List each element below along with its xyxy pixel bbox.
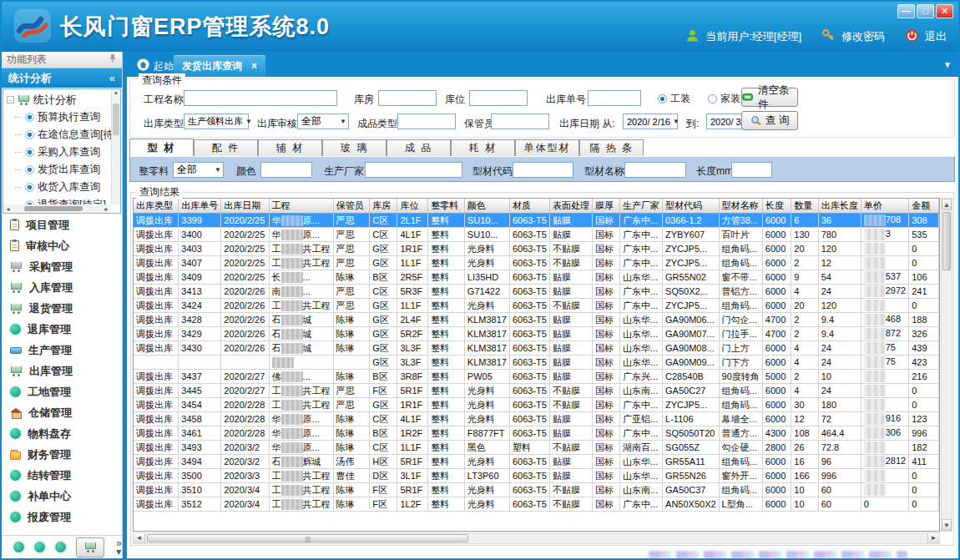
table-row[interactable]: 调拨出库34582020/2/28华原...陈琳C区4L1F整料光身料6063-… xyxy=(134,412,939,426)
sidebar-item[interactable]: 生产管理 xyxy=(2,340,122,361)
column-header[interactable]: 单价 xyxy=(861,199,908,214)
green-circle-icon[interactable] xyxy=(13,542,24,552)
out-type-select[interactable]: 生产领料出库▼ xyxy=(184,114,249,129)
sidebar-item[interactable]: 补单中心 xyxy=(2,486,122,507)
table-row[interactable]: 调拨出库34132020/2/26南...严思C区5R3F整料G71422606… xyxy=(134,285,939,299)
search-button[interactable]: 查 询 xyxy=(741,111,798,130)
material-tab[interactable]: 单体型材 xyxy=(515,139,579,156)
sidebar-item[interactable]: 物料盘存 xyxy=(2,423,122,444)
table-row[interactable]: G区3L3F整料KLM38176063-T5贴膜国标山东华...GA90M09.… xyxy=(134,356,939,370)
keeper-input[interactable] xyxy=(491,114,549,129)
pin-icon[interactable] xyxy=(109,53,117,66)
column-header[interactable]: 表面处理 xyxy=(549,199,592,214)
maker-input[interactable] xyxy=(365,162,462,178)
tab-list-caret-icon[interactable]: ▼ xyxy=(943,60,952,69)
close-button[interactable]: ✕ xyxy=(936,4,953,18)
sidebar-item[interactable]: 审核中心 xyxy=(2,235,122,256)
column-header[interactable]: 长度 xyxy=(762,199,791,214)
sidebar-item[interactable]: 退货管理 xyxy=(2,298,122,319)
minimize-button[interactable]: — xyxy=(897,4,915,18)
column-header[interactable]: 颜色 xyxy=(464,199,509,214)
material-tab[interactable]: 耗 材 xyxy=(451,139,515,156)
tree-item[interactable]: 在途信息查询[待 xyxy=(7,126,120,144)
column-header[interactable]: 型材名称 xyxy=(719,199,762,214)
material-tab[interactable]: 配 件 xyxy=(194,139,258,156)
column-header[interactable]: 库位 xyxy=(397,199,428,214)
column-header[interactable]: 工程 xyxy=(269,199,333,214)
sidebar-item[interactable]: 财务管理 xyxy=(2,444,122,465)
table-row[interactable]: 调拨出库34942020/3/2石辉城汤伟H区5R1F整料光身料6063-T5贴… xyxy=(134,455,939,469)
sidebar-item[interactable]: 工地管理 xyxy=(2,381,122,402)
table-row[interactable]: 调拨出库34002020/2/25华原...严思C区4L1F整料SU10...6… xyxy=(134,228,939,242)
sidebar-item[interactable]: 项目管理 xyxy=(2,214,122,235)
change-password-link[interactable]: 修改密码 xyxy=(841,29,885,44)
table-row[interactable]: 调拨出库34242020/2/26工共工程严思G区1L1F整料光身料6063-T… xyxy=(134,299,939,313)
table-row[interactable]: 调拨出库34452020/2/27工共工程严思F区5R1F整料光身料6063-T… xyxy=(134,384,939,398)
section-header-statistics[interactable]: 统计分析 « xyxy=(2,68,122,88)
scroll-left-icon[interactable]: ◄ xyxy=(134,533,145,543)
whole-part-select[interactable]: 全部▼ xyxy=(173,162,224,178)
table-row[interactable]: 调拨出库34072020/2/25工共工程严思G区1L1F整料光身料6063-T… xyxy=(134,256,939,270)
logout-link[interactable]: 退出 xyxy=(925,29,947,44)
maximize-button[interactable]: □ xyxy=(917,4,934,18)
table-row[interactable]: 调拨出库34282020/2/26石城陈琳G区2L4F整料KLM38176063… xyxy=(134,313,939,327)
table-row[interactable]: 调拨出库34542020/2/28工共工程严思G区1R1F整料光身料6063-T… xyxy=(134,398,939,412)
material-tab[interactable]: 型 材 xyxy=(129,139,194,156)
tab-shipment-query[interactable]: 发货出库查询 × xyxy=(174,55,265,77)
audit-select[interactable]: 全部▼ xyxy=(297,114,349,129)
out-no-input[interactable] xyxy=(588,90,641,106)
green-circle-icon[interactable] xyxy=(55,542,66,552)
table-row[interactable]: 调拨出库34612020/2/28华原...陈琳B区1R2F整料F8877FT6… xyxy=(134,426,939,441)
tree-root[interactable]: - 统计分析 xyxy=(7,91,120,108)
scroll-right-icon[interactable]: ► xyxy=(927,533,939,543)
column-header[interactable]: 材质 xyxy=(509,199,549,214)
column-header[interactable]: 金额 xyxy=(909,199,939,214)
tree-vertical-scrollbar[interactable]: ▲ xyxy=(111,89,120,204)
table-row[interactable]: 调拨出库34292020/2/26石城陈琳G区5R2F整料KLM38176063… xyxy=(134,327,939,341)
vertical-scrollbar[interactable]: ▲ ▼ xyxy=(941,198,952,532)
column-header[interactable]: 出库类型 xyxy=(134,199,179,214)
profile-name-input[interactable] xyxy=(624,162,686,178)
column-header[interactable]: 数量 xyxy=(791,199,818,214)
sidebar-item[interactable]: 采购管理 xyxy=(2,256,122,277)
clear-conditions-button[interactable]: 清空条件 xyxy=(741,88,798,107)
column-header[interactable]: 出库日期 xyxy=(221,199,269,214)
warehouse-input[interactable] xyxy=(378,90,437,106)
table-row[interactable]: 调拨出库35102020/3/4工共工程陈琳F区5R1F整料光身料6063-T5… xyxy=(134,483,939,497)
vertical-scroll-thumb[interactable] xyxy=(942,212,951,270)
material-tab[interactable]: 隔 热 条 xyxy=(579,139,644,156)
table-row[interactable]: 调拨出库34302020/2/26石城陈琳G区3L3F整料KLM38176063… xyxy=(134,341,939,356)
horizontal-scrollbar[interactable]: ◄ ||| ► xyxy=(133,532,940,544)
length-input[interactable] xyxy=(731,162,772,178)
column-header[interactable]: 整零料 xyxy=(428,199,465,214)
sidebar-item[interactable]: 报废管理 xyxy=(2,507,122,527)
column-header[interactable]: 膜厚 xyxy=(592,199,619,214)
scroll-down-icon[interactable]: ▼ xyxy=(942,519,952,531)
column-header[interactable]: 型材代码 xyxy=(663,199,720,214)
sidebar-item[interactable]: 退库管理 xyxy=(2,319,122,340)
table-row[interactable]: 调拨出库35002020/3/3工共工程曹佳D区3L1F整料LT3P606063… xyxy=(134,469,939,483)
material-tab[interactable]: 玻 璃 xyxy=(322,139,387,156)
color-input[interactable] xyxy=(260,162,312,178)
tree-horizontal-scrollbar[interactable]: ◄► xyxy=(3,204,111,213)
location-input[interactable] xyxy=(469,90,528,106)
collapse-icon[interactable]: « xyxy=(109,72,115,84)
sidebar-item[interactable]: 结转管理 xyxy=(2,465,122,486)
table-row[interactable]: 调拨出库34092020/2/25长...陈琳B区2R5F整料LI35HD606… xyxy=(134,270,939,285)
tree-expander-icon[interactable]: - xyxy=(7,96,14,103)
table-row[interactable]: 调拨出库34032020/2/25工共工程严思G区1R1F整料光身料6063-T… xyxy=(134,242,939,256)
project-name-input[interactable] xyxy=(184,90,337,106)
green-circle-icon[interactable] xyxy=(34,542,45,552)
product-type-input[interactable] xyxy=(397,114,456,129)
profile-code-input[interactable] xyxy=(513,162,573,178)
material-tab[interactable]: 成 品 xyxy=(387,139,451,156)
sidebar-item[interactable]: 出库管理 xyxy=(2,361,122,381)
column-header[interactable]: 库房 xyxy=(370,199,397,214)
column-header[interactable]: 生产厂家 xyxy=(620,199,663,214)
cart-button[interactable] xyxy=(76,537,104,557)
scroll-up-icon[interactable]: ▲ xyxy=(942,199,952,210)
table-row[interactable]: 调拨出库34372020/2/27佛...陈琳B区3R8F整料PW056063-… xyxy=(134,370,939,384)
radio-gongzhuang[interactable]: 工装 xyxy=(658,92,690,106)
table-row[interactable]: 调拨出库35122020/3/4工共工程陈琳F区1L2F整料光身料6063-T5… xyxy=(134,497,939,512)
radio-jiazhuang[interactable]: 家装 xyxy=(708,92,740,106)
